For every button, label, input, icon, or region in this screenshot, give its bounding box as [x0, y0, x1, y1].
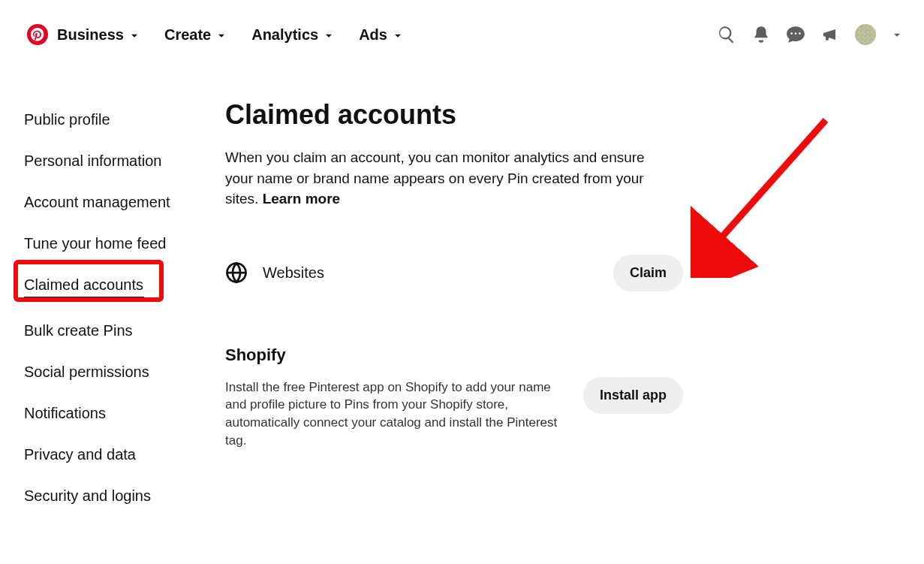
- nav-business[interactable]: Business: [57, 26, 139, 44]
- globe-icon: [225, 261, 248, 284]
- avatar[interactable]: [855, 24, 876, 45]
- chevron-down-icon: [128, 29, 139, 40]
- sidebar-item-bulk-create-pins[interactable]: Bulk create Pins: [24, 310, 133, 351]
- nav-ads[interactable]: Ads: [359, 26, 402, 44]
- chat-icon[interactable]: [786, 25, 805, 44]
- nav-analytics-label: Analytics: [251, 26, 318, 44]
- sidebar: Public profile Personal information Acco…: [0, 99, 225, 517]
- sidebar-item-notifications[interactable]: Notifications: [24, 393, 106, 434]
- sidebar-item-account-management[interactable]: Account management: [24, 182, 170, 223]
- shopify-text: Shopify Install the free Pinterest app o…: [225, 345, 568, 450]
- sidebar-item-claimed-accounts[interactable]: Claimed accounts: [24, 264, 144, 310]
- shopify-section: Shopify Install the free Pinterest app o…: [225, 345, 683, 450]
- nav-create-label: Create: [164, 26, 211, 44]
- nav-analytics[interactable]: Analytics: [251, 26, 333, 44]
- sidebar-item-privacy-data[interactable]: Privacy and data: [24, 434, 136, 475]
- sidebar-item-personal-information[interactable]: Personal information: [24, 140, 161, 182]
- header: Business Create Analytics Ads: [0, 0, 924, 53]
- page-description: When you claim an account, you can monit…: [225, 147, 676, 210]
- megaphone-icon[interactable]: [820, 25, 840, 44]
- bell-icon[interactable]: [751, 25, 771, 44]
- nav-create[interactable]: Create: [164, 26, 226, 44]
- websites-section: Websites Claim: [225, 255, 683, 291]
- chevron-down-icon: [215, 29, 226, 40]
- page-title: Claimed accounts: [225, 99, 871, 131]
- sidebar-item-security-logins[interactable]: Security and logins: [24, 475, 151, 517]
- websites-label: Websites: [263, 264, 613, 282]
- nav-business-label: Business: [57, 26, 124, 44]
- main: Claimed accounts When you claim an accou…: [225, 99, 901, 517]
- sidebar-item-public-profile[interactable]: Public profile: [24, 99, 110, 140]
- sidebar-item-social-permissions[interactable]: Social permissions: [24, 351, 149, 393]
- search-icon[interactable]: [717, 25, 736, 44]
- install-app-button[interactable]: Install app: [583, 377, 683, 414]
- shopify-title: Shopify: [225, 345, 568, 365]
- pinterest-logo[interactable]: [27, 24, 48, 45]
- nav-ads-label: Ads: [359, 26, 387, 44]
- learn-more-link[interactable]: Learn more: [263, 191, 340, 207]
- chevron-down-icon: [392, 29, 402, 40]
- active-underline: [24, 297, 144, 298]
- header-right: [717, 24, 903, 45]
- shopify-description: Install the free Pinterest app on Shopif…: [225, 379, 568, 450]
- sidebar-item-tune-home-feed[interactable]: Tune your home feed: [24, 223, 166, 264]
- sidebar-item-label: Claimed accounts: [24, 276, 143, 293]
- account-chevron-icon[interactable]: [891, 29, 903, 41]
- chevron-down-icon: [323, 29, 333, 40]
- content: Public profile Personal information Acco…: [0, 53, 924, 517]
- header-nav: Business Create Analytics Ads: [57, 26, 402, 44]
- claim-button[interactable]: Claim: [613, 255, 683, 291]
